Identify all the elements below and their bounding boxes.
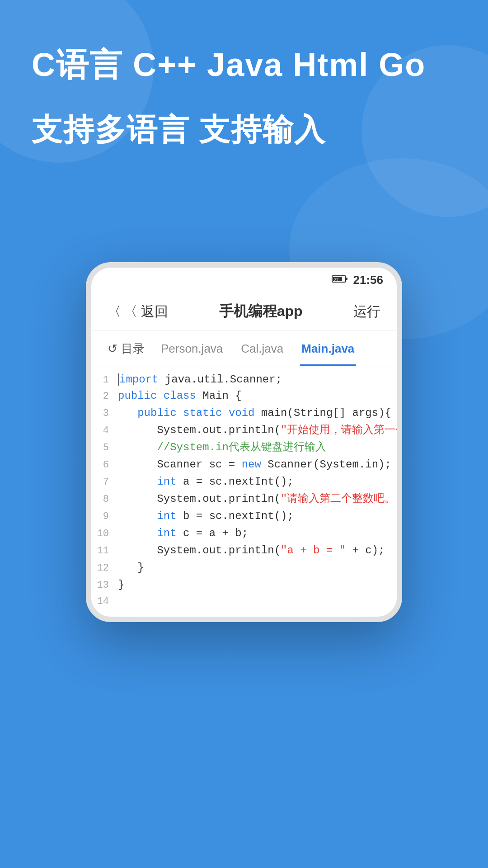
code-line-13: 13 } xyxy=(91,577,397,594)
code-line-5: 5 //System.in代表从键盘进行输入 xyxy=(91,439,397,457)
code-line-4: 4 System.out.println("开始使用，请输入第一个整数吧。"); xyxy=(91,422,397,439)
hero-section: C语言 C++ Java Html Go 支持多语言 支持输入 xyxy=(0,45,488,148)
status-time: 21:56 xyxy=(353,273,384,287)
code-line-6: 6 Scanner sc = new Scanner(System.in); xyxy=(91,457,397,474)
phone-mockup: 27 21:56 〈 〈 返回 手机编程app 运行 ↺ 目录 Person.j… xyxy=(86,262,402,622)
code-line-14: 14 xyxy=(91,594,397,617)
code-line-10: 10 int c = a + b; xyxy=(91,525,397,542)
battery-indicator: 27 xyxy=(332,274,348,286)
status-bar: 27 21:56 xyxy=(91,268,397,292)
code-line-9: 9 int b = sc.nextInt(); xyxy=(91,508,397,525)
svg-rect-1 xyxy=(346,278,347,280)
hero-subtitle: 支持多语言 支持输入 xyxy=(32,111,456,148)
tab-bar: ↺ 目录 Person.java Cal.java Main.java xyxy=(91,331,397,367)
app-title: 手机编程app xyxy=(219,302,303,321)
code-line-7: 7 int a = sc.nextInt(); xyxy=(91,474,397,491)
svg-text:27: 27 xyxy=(334,278,338,282)
run-button[interactable]: 运行 xyxy=(353,302,380,321)
back-button[interactable]: 〈 〈 返回 xyxy=(108,302,168,321)
app-header: 〈 〈 返回 手机编程app 运行 xyxy=(91,292,397,331)
tab-cal-java[interactable]: Cal.java xyxy=(232,332,292,366)
code-line-3: 3 public static void main(String[] args)… xyxy=(91,405,397,422)
code-line-12: 12 } xyxy=(91,560,397,577)
code-line-11: 11 System.out.println("a + b = " + c); xyxy=(91,542,397,560)
back-label: 〈 返回 xyxy=(124,302,168,321)
back-chevron-icon: 〈 xyxy=(108,302,121,321)
folder-refresh-icon: ↺ xyxy=(108,342,117,356)
hero-languages: C语言 C++ Java Html Go xyxy=(32,45,456,84)
phone-mockup-container: 27 21:56 〈 〈 返回 手机编程app 运行 ↺ 目录 Person.j… xyxy=(86,262,402,622)
code-line-8: 8 System.out.println("请输入第二个整数吧。"); xyxy=(91,491,397,508)
folder-label: 目录 xyxy=(121,341,145,357)
code-line-2: 2 public class Main { xyxy=(91,388,397,405)
code-editor[interactable]: 1 import java.util.Scanner; 2 public cla… xyxy=(91,367,397,617)
tab-folder[interactable]: ↺ 目录 xyxy=(100,331,152,367)
tab-main-java[interactable]: Main.java xyxy=(292,332,363,366)
tab-person-java[interactable]: Person.java xyxy=(152,332,232,366)
code-line-1: 1 import java.util.Scanner; xyxy=(91,367,397,388)
